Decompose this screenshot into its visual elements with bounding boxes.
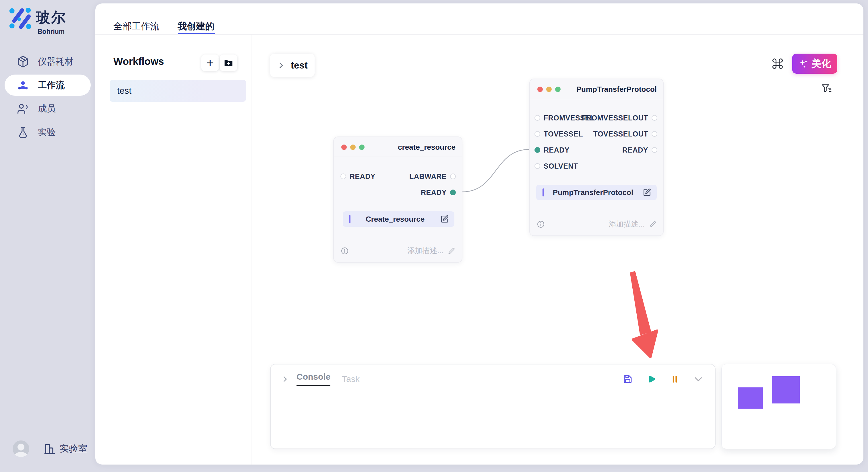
sidebar-item-label: 仪器耗材 [38,56,73,68]
edit-icon[interactable] [440,214,449,224]
pause-icon[interactable] [670,374,680,384]
chevron-right-icon[interactable] [281,375,289,383]
panel-divider [251,34,251,465]
minimap[interactable] [721,364,836,449]
node-title: create_resource [398,137,456,157]
tab-created-by-me[interactable]: 我创建的 [178,20,214,33]
port-row: LABWARE [409,168,456,184]
app-window: 玻尔 Bohrium 仪器耗材 工作流 [0,0,868,472]
run-icon[interactable] [646,374,656,384]
tab-all-workflows[interactable]: 全部工作流 [113,20,159,33]
building-icon [43,442,56,455]
port-row: READY [582,142,657,158]
chevron-down-icon[interactable] [693,374,704,384]
minimap-node-pump-transfer [772,376,800,403]
port-label: LABWARE [409,172,446,181]
lab-label: 实验室 [60,442,87,455]
lab-switcher[interactable]: 实验室 [43,442,87,455]
port-label: FROMVESSELOUT [582,114,648,122]
port-in-ready[interactable] [340,173,346,179]
port-out-tovesselout[interactable] [652,131,657,137]
sidebar: 玻尔 Bohrium 仪器耗材 工作流 [0,0,95,472]
description-area[interactable]: 添加描述... [609,219,657,229]
brand-logo[interactable]: 玻尔 Bohrium [9,7,66,36]
node-title: PumpTransferProtocol [577,79,657,99]
dot-green[interactable] [555,87,561,92]
port-label: READY [544,146,569,154]
port-label: SOLVENT [544,162,578,170]
save-icon[interactable] [623,374,633,384]
add-workflow-button[interactable]: + [201,55,219,71]
sparkles-icon [799,59,808,69]
sidebar-nav: 仪器耗材 工作流 成员 [0,49,95,145]
port-in-fromvessel[interactable] [534,115,540,121]
main-panel: 全部工作流 我创建的 Workflows + test test [95,3,863,465]
node-pump-transfer-protocol[interactable]: PumpTransferProtocol FROMVESSEL TOVESSEL… [529,78,663,236]
info-icon[interactable] [341,247,349,255]
user-avatar[interactable] [12,440,29,457]
filter-icon[interactable] [821,83,832,94]
port-row: TOVESSELOUT [582,126,657,142]
port-in-solvent[interactable] [534,163,540,169]
console-panel: Console Task [270,364,716,449]
action-label: PumpTransferProtocol [536,188,642,197]
flow-breadcrumb[interactable]: test [270,54,315,77]
port-row: SOLVENT [534,158,594,174]
brand-subtitle: Bohrium [38,28,65,36]
breadcrumb-label: test [291,60,308,71]
dot-red[interactable] [537,87,543,92]
output-ports: FROMVESSELOUT TOVESSELOUT READY [582,110,657,158]
dot-green[interactable] [359,144,365,150]
traffic-dots [341,144,365,150]
node-create-resource[interactable]: create_resource READY LABWARE READY [333,136,462,263]
node-action-pump-transfer[interactable]: PumpTransferProtocol [536,185,657,200]
sidebar-item-label: 工作流 [38,79,65,91]
import-folder-button[interactable] [220,55,237,71]
beautify-button[interactable]: 美化 [792,54,837,74]
description-area[interactable]: 添加描述... [407,246,456,256]
action-label: Create_resource [343,215,440,224]
traffic-dots [537,87,561,92]
workflows-panel-title: Workflows [113,56,164,67]
port-row: READY [409,184,456,200]
pencil-icon[interactable] [447,247,456,255]
port-out-ready[interactable] [450,190,456,195]
pencil-icon[interactable] [649,220,657,228]
port-label: READY [350,172,375,181]
workflow-icon [17,79,29,92]
tab-task[interactable]: Task [342,374,360,384]
node-footer: 添加描述... [341,246,456,256]
sidebar-item-workflow[interactable]: 工作流 [5,74,91,96]
members-icon [17,102,29,115]
port-in-tovessel[interactable] [534,131,540,137]
sidebar-item-members[interactable]: 成员 [5,98,91,119]
minimap-node-create-resource [738,387,763,409]
sidebar-item-experiments[interactable]: 实验 [5,122,91,143]
dot-yellow[interactable] [350,144,355,150]
node-action-create-resource[interactable]: Create_resource [343,211,454,227]
node-footer: 添加描述... [537,219,657,229]
command-palette-icon[interactable] [771,57,784,70]
test-tube-icon [17,126,29,138]
input-ports: READY [340,168,375,184]
node-header[interactable]: create_resource [334,137,462,157]
dot-red[interactable] [341,144,347,150]
tab-console[interactable]: Console [297,372,330,386]
red-arrow-annotation [631,272,657,357]
port-out-fromvesselout[interactable] [652,115,657,121]
node-header[interactable]: PumpTransferProtocol [530,79,663,99]
workflow-list-item-test[interactable]: test [110,80,246,102]
port-in-ready[interactable] [534,147,540,153]
sidebar-item-instruments[interactable]: 仪器耗材 [5,51,91,72]
edit-icon[interactable] [642,188,652,197]
package-icon [17,55,29,68]
dot-yellow[interactable] [546,87,552,92]
port-label: TOVESSEL [544,130,583,138]
port-label: TOVESSELOUT [593,130,648,138]
port-out-ready[interactable] [652,147,657,153]
port-out-labware[interactable] [450,173,456,179]
pill-accent-bar [349,215,350,223]
info-icon[interactable] [537,220,545,228]
output-ports: LABWARE READY [409,168,456,200]
sidebar-item-label: 成员 [38,103,56,115]
